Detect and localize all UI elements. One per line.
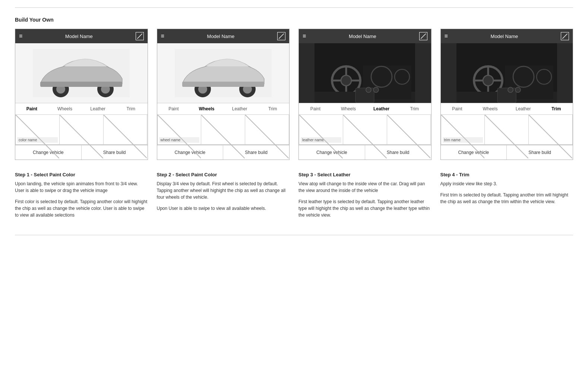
desc-step-title-1: Step 1 - Select Paint Color [15,172,148,177]
desc-text-4-0: Apply inside view like step 3. [440,180,573,187]
phone-tabs-3: Paint Wheels Leather Trim [299,103,431,115]
menu-icon-1[interactable]: ≡ [19,33,22,39]
chip-slash-icon [343,115,387,158]
tab-leather-2[interactable]: Leather [223,103,256,114]
svg-line-54 [485,115,528,158]
tab-wheels-1[interactable]: Wheels [48,103,82,114]
chips-row-2: wheel name [157,115,290,145]
desc-step-title-3: Step 3 - Select Leather [298,172,431,177]
corner-icon-1 [136,32,144,40]
chip-2-1[interactable]: wheel name [157,115,201,145]
tab-trim-2[interactable]: Trim [256,103,289,114]
svg-line-7 [16,115,59,158]
svg-point-52 [515,87,521,92]
phone-header-1: ≡ Model Name [15,29,148,43]
car-image-2 [157,43,290,103]
top-divider [15,7,573,8]
corner-icon-4 [561,32,569,40]
screens-row: ≡ Model Name [15,29,573,160]
tab-paint-1[interactable]: Paint [15,103,48,114]
desc-col-1: Step 1 - Select Paint Color Upon landing… [15,172,148,223]
phone-mockup-2: ≡ Model Name [157,29,290,160]
chip-3-2[interactable] [343,115,387,145]
chip-4-3[interactable] [528,115,573,145]
chip-slash-icon [299,115,343,158]
svg-rect-16 [182,82,264,87]
chip-1-3[interactable] [103,115,148,145]
desc-text-4-1: First trim is selected by default. Tappi… [440,192,573,205]
svg-line-37 [387,115,431,158]
chip-4-1[interactable]: trim name [441,115,485,145]
model-name-2: Model Name [164,34,277,39]
model-name-3: Model Name [306,34,419,39]
svg-line-17 [158,115,201,158]
desc-text-2-0: Display 3/4 view by default. First wheel… [157,180,290,201]
descriptions-row: Step 1 - Select Paint Color Upon landing… [15,172,573,223]
section-title: Build Your Own [15,17,573,23]
car-image-1 [15,43,148,103]
tab-leather-3[interactable]: Leather [365,103,398,114]
svg-line-0 [137,34,142,39]
desc-col-3: Step 3 - Select Leather View atop will c… [298,172,431,223]
menu-icon-4[interactable]: ≡ [445,33,448,39]
chip-2-3[interactable] [245,115,289,145]
chip-slash-icon [245,115,289,158]
chip-slash-icon [387,115,431,158]
tab-trim-3[interactable]: Trim [398,103,431,114]
menu-icon-3[interactable]: ≡ [303,33,306,39]
svg-line-53 [441,115,485,158]
svg-line-19 [245,115,289,158]
model-name-4: Model Name [448,34,561,39]
phone-mockup-3: ≡ Model Name [298,29,431,160]
model-name-1: Model Name [22,34,135,39]
chip-slash-icon [201,115,245,158]
tab-wheels-2[interactable]: Wheels [190,103,223,114]
chip-1-2[interactable] [59,115,103,145]
svg-rect-6 [40,82,122,87]
menu-icon-2[interactable]: ≡ [161,33,164,39]
chip-slash-icon [441,115,485,158]
tab-paint-2[interactable]: Paint [157,103,190,114]
phone-header-2: ≡ Model Name [157,29,290,43]
phone-tabs-4: Paint Wheels Leather Trim [441,103,573,115]
svg-line-9 [104,115,147,158]
phone-mockup-4: ≡ Model Name [440,29,573,160]
tab-paint-3[interactable]: Paint [299,103,332,114]
svg-line-36 [343,115,387,158]
svg-line-55 [529,115,572,158]
chips-row-3: leather name [299,115,431,145]
desc-text-3-0: View atop will change to the inside view… [298,180,431,194]
chip-slash-icon [158,115,201,158]
phone-tabs-2: Paint Wheels Leather Trim [157,103,290,115]
chip-4-2[interactable] [484,115,528,145]
interior-image-4 [441,43,573,103]
interior-image-3 [299,43,431,103]
tab-wheels-4[interactable]: Wheels [474,103,507,114]
svg-point-34 [373,87,379,92]
svg-line-35 [299,115,343,158]
screen-2-col: ≡ Model Name [157,29,290,160]
tab-trim-4[interactable]: Trim [540,103,573,114]
chip-3-3[interactable] [387,115,431,145]
chip-slash-icon [485,115,528,158]
svg-point-41 [483,75,493,86]
svg-point-33 [366,87,371,92]
chip-1-1[interactable]: color name [15,115,59,145]
chip-slash-icon [16,115,59,158]
svg-line-18 [201,115,245,158]
tab-paint-4[interactable]: Paint [441,103,474,114]
tab-trim-1[interactable]: Trim [114,103,148,114]
screen-4-col: ≡ Model Name [440,29,573,160]
svg-point-23 [341,75,351,86]
bottom-divider [15,235,573,235]
chips-row-4: trim name [441,115,573,145]
tab-leather-4[interactable]: Leather [507,103,540,114]
chip-3-1[interactable]: leather name [299,115,343,145]
phone-header-3: ≡ Model Name [299,29,431,43]
tab-leather-1[interactable]: Leather [81,103,114,114]
desc-text-2-1: Upon User is able to swipe to view all a… [157,205,290,212]
tab-wheels-3[interactable]: Wheels [332,103,365,114]
screen-3-col: ≡ Model Name [298,29,431,160]
chip-2-2[interactable] [201,115,245,145]
chip-slash-icon [104,115,147,158]
